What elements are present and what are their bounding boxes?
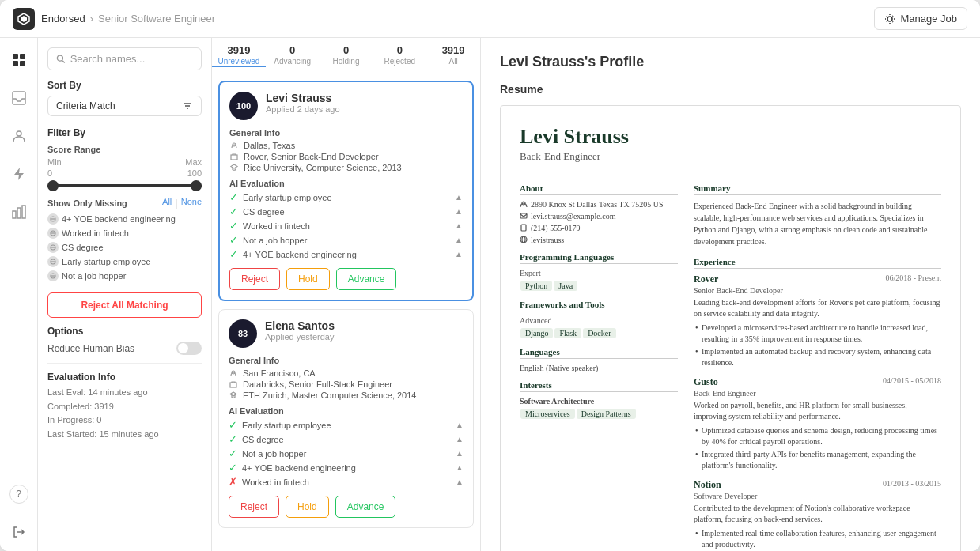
breadcrumb-current: Senior Software Engineer bbox=[98, 13, 215, 25]
resume-lang-label: Languages bbox=[520, 347, 678, 359]
slider-thumb-right[interactable] bbox=[191, 180, 202, 191]
breadcrumb: Endorsed › Senior Software Engineer bbox=[41, 13, 215, 25]
check-pass-icon: ✓ bbox=[229, 433, 237, 445]
logout-icon[interactable] bbox=[9, 523, 28, 542]
hold-button[interactable]: Hold bbox=[286, 496, 329, 518]
info-location: Dallas, Texas bbox=[229, 141, 463, 150]
eval-item-label: Not a job hopper bbox=[243, 236, 307, 245]
chevron-up-icon: ▲ bbox=[455, 193, 463, 202]
chevron-up-icon: ▲ bbox=[456, 449, 464, 458]
svg-line-14 bbox=[62, 61, 65, 63]
resume-phone: (214) 555-0179 bbox=[531, 224, 581, 232]
check-pass-icon: ✓ bbox=[229, 191, 238, 203]
info-education: Rice University, Computer Science, 2013 bbox=[229, 163, 463, 172]
svg-rect-11 bbox=[17, 208, 21, 218]
stat-num: 3919 bbox=[426, 44, 480, 56]
left-nav: ? bbox=[0, 38, 38, 551]
svg-rect-4 bbox=[20, 54, 25, 59]
info-location: San Francisco, CA bbox=[229, 368, 464, 378]
svg-rect-7 bbox=[13, 92, 25, 104]
options-label: Options bbox=[47, 326, 202, 337]
card-header: 83 Elena Santos Applied yesterday bbox=[229, 319, 464, 348]
eval-item: ✓ Early startup employee ▲ bbox=[229, 191, 463, 203]
filter-tag[interactable]: CS degree bbox=[47, 242, 202, 253]
resume-summary: Experienced Back-End Engineer with a sol… bbox=[694, 200, 941, 247]
svg-rect-5 bbox=[13, 61, 18, 66]
filter-tag[interactable]: 4+ YOE backend engineering bbox=[47, 213, 202, 225]
toggle-knob bbox=[178, 343, 188, 353]
stat-item-holding[interactable]: 0Holding bbox=[320, 44, 373, 67]
nav-chart-icon[interactable] bbox=[6, 199, 32, 225]
stat-item-all[interactable]: 3919All bbox=[426, 44, 480, 67]
exp-role: Back-End Engineer bbox=[694, 389, 941, 398]
stat-item-advancing[interactable]: 0Advancing bbox=[266, 44, 320, 67]
advance-button[interactable]: Advance bbox=[335, 496, 396, 518]
breadcrumb-endorsed[interactable]: Endorsed bbox=[41, 13, 85, 25]
filter-tag[interactable]: Early startup employee bbox=[47, 256, 202, 267]
eval-in-progress: In Progress: 0 bbox=[47, 413, 202, 428]
reject-button[interactable]: Reject bbox=[229, 496, 279, 518]
eval-item: ✓ Not a job hopper ▲ bbox=[229, 447, 464, 459]
eval-item-label: Not a job hopper bbox=[242, 449, 306, 459]
eval-item-label: CS degree bbox=[242, 435, 284, 444]
filter-tag-dot bbox=[47, 270, 59, 281]
exp-header: Notion 01/2013 - 03/2015 bbox=[694, 479, 941, 491]
filter-tag-label: Worked in fintech bbox=[62, 228, 129, 238]
score-max-label: Max bbox=[185, 157, 202, 167]
nav-grid-icon[interactable] bbox=[6, 47, 32, 73]
filter-tag-dot bbox=[47, 228, 59, 239]
search-input[interactable] bbox=[70, 53, 193, 65]
stat-label: Unreviewed bbox=[212, 57, 266, 67]
chevron-up-icon: ▲ bbox=[456, 463, 464, 472]
reduce-bias-toggle[interactable] bbox=[176, 342, 202, 355]
profile-panel: Levi Strauss's Profile Resume Levi Strau… bbox=[481, 38, 980, 551]
options-section: Options Reduce Human Bias bbox=[47, 326, 202, 355]
score-range-slider[interactable] bbox=[47, 184, 202, 187]
nav-person-icon[interactable] bbox=[6, 123, 32, 149]
resume-prog-label: Programming Languages bbox=[520, 252, 678, 264]
svg-rect-12 bbox=[22, 206, 25, 218]
ai-eval-title: AI Evaluation bbox=[229, 179, 463, 188]
exp-dates: 01/2013 - 03/2015 bbox=[883, 479, 941, 491]
candidate-name: Elena Santos bbox=[265, 319, 335, 332]
reduce-bias-row: Reduce Human Bias bbox=[47, 342, 202, 355]
manage-job-button[interactable]: Manage Job bbox=[874, 7, 967, 30]
stat-item-unreviewed[interactable]: 3919Unreviewed bbox=[212, 44, 266, 67]
show-only-all[interactable]: All bbox=[162, 197, 172, 209]
manage-job-label: Manage Job bbox=[900, 13, 957, 25]
advance-button[interactable]: Advance bbox=[336, 268, 397, 290]
framework-tag: Docker bbox=[583, 328, 615, 338]
stat-label: Holding bbox=[320, 57, 373, 66]
resume-job-title: Back-End Engineer bbox=[520, 150, 941, 163]
eval-item-label: Early startup employee bbox=[242, 421, 331, 430]
hold-button[interactable]: Hold bbox=[286, 268, 330, 290]
nav-inbox-icon[interactable] bbox=[6, 85, 32, 111]
slider-thumb-left[interactable] bbox=[47, 180, 59, 191]
sort-select[interactable]: Criteria Match bbox=[47, 96, 202, 116]
filter-tag-label: Not a job hopper bbox=[62, 271, 126, 281]
candidate-card[interactable]: 100 Levi Strauss Applied 2 days ago Gene… bbox=[218, 81, 474, 301]
exp-company: Gusto bbox=[694, 376, 718, 388]
check-pass-icon: ✓ bbox=[229, 220, 238, 232]
check-fail-icon: ✗ bbox=[229, 476, 237, 488]
filter-tag[interactable]: Worked in fintech bbox=[47, 228, 202, 239]
resume-address: 2890 Knox St Dallas Texas TX 75205 US bbox=[531, 200, 664, 209]
show-only-none[interactable]: None bbox=[181, 197, 202, 209]
eval-item: ✓ Early startup employee ▲ bbox=[229, 419, 464, 431]
filter-tag-label: CS degree bbox=[62, 243, 104, 252]
nav-lightning-icon[interactable] bbox=[6, 161, 32, 187]
resume-interest-tags: MicroservicesDesign Patterns bbox=[520, 408, 678, 420]
svg-point-8 bbox=[17, 131, 21, 136]
search-box[interactable] bbox=[47, 47, 202, 70]
reject-button[interactable]: Reject bbox=[229, 268, 280, 290]
filter-tag[interactable]: Not a job hopper bbox=[47, 270, 202, 281]
resume-left-col: About 2890 Knox St Dallas Texas TX 75205… bbox=[520, 175, 678, 551]
stat-item-rejected[interactable]: 0Rejected bbox=[373, 44, 426, 67]
candidate-card[interactable]: 83 Elena Santos Applied yesterday Genera… bbox=[218, 309, 474, 528]
reject-all-button[interactable]: Reject All Matching bbox=[47, 292, 202, 318]
sort-option-label: Criteria Match bbox=[56, 100, 115, 111]
help-icon[interactable]: ? bbox=[9, 485, 28, 504]
profile-title: Levi Strauss's Profile bbox=[500, 54, 961, 70]
candidates-list: 100 Levi Strauss Applied 2 days ago Gene… bbox=[212, 74, 480, 551]
card-header: 100 Levi Strauss Applied 2 days ago bbox=[229, 92, 463, 120]
